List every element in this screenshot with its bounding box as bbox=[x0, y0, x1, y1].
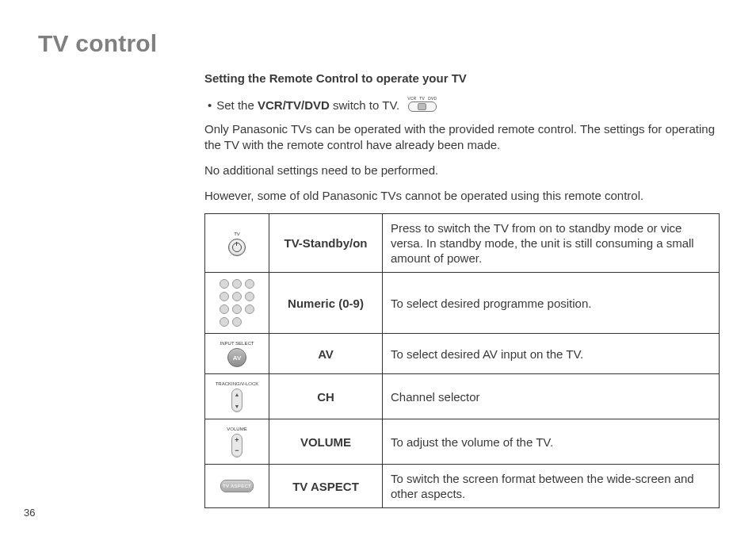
function-table: TV TV-Standby/on Press to switch the TV … bbox=[204, 213, 720, 508]
switch-labels: VCR TV DVD bbox=[407, 96, 437, 101]
cell-desc-standby: Press to switch the TV from on to standb… bbox=[383, 214, 720, 273]
cell-desc-av: To select desired AV input on the TV. bbox=[383, 334, 720, 374]
cell-icon-av: INPUT SELECT AV bbox=[205, 334, 269, 374]
cell-icon-standby: TV bbox=[205, 214, 269, 273]
icon-label-volume: VOLUME bbox=[227, 426, 246, 432]
chevron-up-icon: ▲ bbox=[235, 392, 240, 397]
body-column: Setting the Remote Control to operate yo… bbox=[204, 71, 720, 204]
power-icon bbox=[228, 239, 246, 256]
cell-desc-ch: Channel selector bbox=[383, 374, 720, 419]
tv-aspect-pill-icon: TV ASPECT bbox=[220, 480, 254, 492]
cell-name-volume: VOLUME bbox=[269, 419, 383, 465]
bullet-text: Set the VCR/TV/DVD switch to TV. bbox=[216, 98, 399, 113]
cell-desc-volume: To adjust the volume of the TV. bbox=[383, 419, 720, 465]
table-row: TV ASPECT TV ASPECT To switch the screen… bbox=[205, 465, 720, 508]
minus-icon: − bbox=[235, 447, 239, 454]
switch-knob-icon bbox=[418, 103, 426, 110]
bullet-bold: VCR/TV/DVD bbox=[258, 98, 330, 112]
bullet-dot-icon: • bbox=[208, 98, 212, 113]
paragraph-1: Only Panasonic TVs can be operated with … bbox=[204, 121, 720, 153]
cell-icon-ch: TRACKING/V-LOCK ▲ ▼ bbox=[205, 374, 269, 419]
numeric-keypad-icon bbox=[220, 279, 254, 327]
cell-icon-numeric bbox=[205, 273, 269, 334]
channel-rocker-icon: ▲ ▼ bbox=[231, 389, 242, 412]
vcr-tv-dvd-switch-icon: VCR TV DVD bbox=[407, 96, 437, 112]
plus-icon: + bbox=[235, 437, 239, 444]
av-button-icon: AV bbox=[227, 348, 246, 367]
cell-name-aspect: TV ASPECT bbox=[269, 465, 383, 508]
table-row: Numeric (0-9) To select desired programm… bbox=[205, 273, 720, 334]
cell-name-av: AV bbox=[269, 334, 383, 374]
switch-body-icon bbox=[408, 101, 437, 112]
table-row: TV TV-Standby/on Press to switch the TV … bbox=[205, 214, 720, 273]
paragraph-3: However, some of old Panasonic TVs canno… bbox=[204, 188, 720, 204]
paragraph-2: No additional settings need to be perfor… bbox=[204, 163, 720, 178]
switch-label-tv: TV bbox=[419, 96, 425, 101]
cell-name-numeric: Numeric (0-9) bbox=[269, 273, 383, 334]
section-subheading: Setting the Remote Control to operate yo… bbox=[204, 71, 720, 85]
page-title: TV control bbox=[38, 30, 718, 57]
bullet-post: switch to TV. bbox=[330, 98, 399, 112]
cell-icon-aspect: TV ASPECT bbox=[205, 465, 269, 508]
table-row: VOLUME + − VOLUME To adjust the volume o… bbox=[205, 419, 720, 465]
page-number: 36 bbox=[24, 507, 35, 519]
bullet-set-switch: • Set the VCR/TV/DVD switch to TV. VCR T… bbox=[204, 98, 720, 113]
cell-desc-aspect: To switch the screen format between the … bbox=[383, 465, 720, 508]
cell-icon-volume: VOLUME + − bbox=[205, 419, 269, 465]
icon-label-tracking: TRACKING/V-LOCK bbox=[216, 381, 259, 387]
switch-label-dvd: DVD bbox=[428, 96, 437, 101]
chevron-down-icon: ▼ bbox=[235, 404, 240, 409]
cell-desc-numeric: To select desired programme position. bbox=[383, 273, 720, 334]
cell-name-ch: CH bbox=[269, 374, 383, 419]
table-row: INPUT SELECT AV AV To select desired AV … bbox=[205, 334, 720, 374]
switch-label-vcr: VCR bbox=[407, 96, 416, 101]
cell-name-standby: TV-Standby/on bbox=[269, 214, 383, 273]
manual-page: TV control Setting the Remote Control to… bbox=[0, 0, 756, 536]
table-row: TRACKING/V-LOCK ▲ ▼ CH Channel selector bbox=[205, 374, 720, 419]
volume-rocker-icon: + − bbox=[231, 434, 242, 458]
icon-label-tv: TV bbox=[234, 231, 240, 237]
icon-label-input-select: INPUT SELECT bbox=[220, 340, 254, 346]
bullet-pre: Set the bbox=[216, 98, 258, 112]
